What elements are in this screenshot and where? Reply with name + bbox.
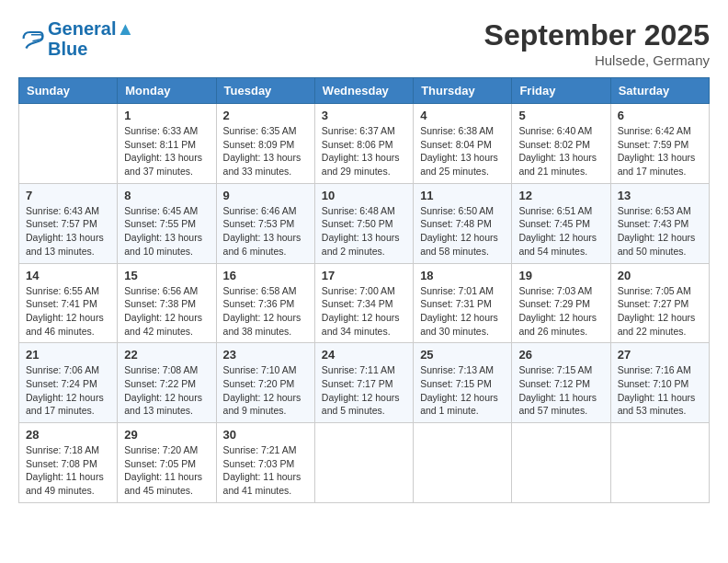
cell-info: Sunrise: 7:16 AM Sunset: 7:10 PM Dayligh…: [618, 363, 702, 418]
calendar-table: SundayMondayTuesdayWednesdayThursdayFrid…: [18, 77, 710, 503]
cell-info: Sunrise: 7:13 AM Sunset: 7:15 PM Dayligh…: [420, 363, 505, 418]
day-number: 4: [420, 109, 505, 122]
calendar-cell: 10Sunrise: 6:48 AM Sunset: 7:50 PM Dayli…: [314, 183, 413, 263]
day-number: 25: [420, 348, 505, 362]
calendar-cell: 16Sunrise: 6:58 AM Sunset: 7:36 PM Dayli…: [216, 263, 314, 343]
cell-info: Sunrise: 7:01 AM Sunset: 7:31 PM Dayligh…: [420, 284, 505, 339]
weekday-header-wednesday: Wednesday: [314, 78, 413, 104]
day-number: 21: [26, 348, 110, 362]
day-number: 26: [518, 348, 603, 362]
calendar-cell: 22Sunrise: 7:08 AM Sunset: 7:22 PM Dayli…: [118, 343, 216, 423]
cell-info: Sunrise: 6:38 AM Sunset: 8:04 PM Dayligh…: [420, 124, 505, 178]
logo-text: General▲ Blue: [48, 18, 134, 59]
day-number: 5: [518, 109, 603, 122]
day-number: 30: [223, 428, 308, 442]
day-number: 9: [223, 189, 308, 202]
day-number: 8: [124, 189, 209, 202]
cell-info: Sunrise: 7:11 AM Sunset: 7:17 PM Dayligh…: [322, 363, 406, 418]
day-number: 22: [124, 348, 209, 362]
month-title: September 2025: [484, 18, 710, 52]
day-number: 15: [124, 269, 209, 282]
logo: General▲ Blue: [18, 18, 134, 59]
cell-info: Sunrise: 6:43 AM Sunset: 7:57 PM Dayligh…: [26, 204, 110, 259]
calendar-cell: 27Sunrise: 7:16 AM Sunset: 7:10 PM Dayli…: [610, 343, 709, 423]
day-number: 24: [322, 348, 406, 362]
cell-info: Sunrise: 7:06 AM Sunset: 7:24 PM Dayligh…: [26, 363, 110, 418]
cell-info: Sunrise: 7:10 AM Sunset: 7:20 PM Dayligh…: [223, 363, 308, 418]
weekday-header-sunday: Sunday: [19, 78, 118, 104]
week-row-2: 7Sunrise: 6:43 AM Sunset: 7:57 PM Daylig…: [19, 183, 710, 263]
cell-info: Sunrise: 6:58 AM Sunset: 7:36 PM Dayligh…: [223, 284, 308, 339]
cell-info: Sunrise: 7:15 AM Sunset: 7:12 PM Dayligh…: [518, 363, 603, 418]
day-number: 13: [618, 189, 702, 202]
day-number: 20: [618, 269, 702, 282]
calendar-cell: 6Sunrise: 6:42 AM Sunset: 7:59 PM Daylig…: [610, 104, 709, 184]
calendar-cell: 4Sunrise: 6:38 AM Sunset: 8:04 PM Daylig…: [414, 104, 512, 184]
cell-info: Sunrise: 6:56 AM Sunset: 7:38 PM Dayligh…: [124, 284, 209, 339]
day-number: 19: [518, 269, 603, 282]
calendar-cell: 8Sunrise: 6:45 AM Sunset: 7:55 PM Daylig…: [118, 183, 216, 263]
weekday-header-saturday: Saturday: [610, 78, 709, 104]
day-number: 27: [618, 348, 702, 362]
week-row-5: 28Sunrise: 7:18 AM Sunset: 7:08 PM Dayli…: [19, 423, 710, 503]
cell-info: Sunrise: 7:18 AM Sunset: 7:08 PM Dayligh…: [26, 443, 110, 498]
day-number: 3: [322, 109, 406, 122]
day-number: 11: [420, 189, 505, 202]
calendar-cell: [314, 423, 413, 503]
day-number: 1: [124, 109, 209, 122]
week-row-1: 1Sunrise: 6:33 AM Sunset: 8:11 PM Daylig…: [19, 104, 710, 184]
day-number: 10: [322, 189, 406, 202]
calendar-cell: 5Sunrise: 6:40 AM Sunset: 8:02 PM Daylig…: [512, 104, 610, 184]
cell-info: Sunrise: 7:00 AM Sunset: 7:34 PM Dayligh…: [322, 284, 406, 339]
day-number: 6: [618, 109, 702, 122]
cell-info: Sunrise: 7:21 AM Sunset: 7:03 PM Dayligh…: [223, 443, 308, 498]
week-row-4: 21Sunrise: 7:06 AM Sunset: 7:24 PM Dayli…: [19, 343, 710, 423]
day-number: 29: [124, 428, 209, 442]
cell-info: Sunrise: 6:46 AM Sunset: 7:53 PM Dayligh…: [223, 204, 308, 259]
weekday-header-tuesday: Tuesday: [216, 78, 314, 104]
location: Hulsede, Germany: [484, 52, 710, 68]
calendar-cell: 11Sunrise: 6:50 AM Sunset: 7:48 PM Dayli…: [414, 183, 512, 263]
calendar-cell: 19Sunrise: 7:03 AM Sunset: 7:29 PM Dayli…: [512, 263, 610, 343]
logo-icon: [18, 26, 44, 52]
cell-info: Sunrise: 6:48 AM Sunset: 7:50 PM Dayligh…: [322, 204, 406, 259]
title-section: September 2025 Hulsede, Germany: [484, 18, 710, 68]
cell-info: Sunrise: 6:35 AM Sunset: 8:09 PM Dayligh…: [223, 124, 308, 178]
calendar-cell: 9Sunrise: 6:46 AM Sunset: 7:53 PM Daylig…: [216, 183, 314, 263]
cell-info: Sunrise: 6:33 AM Sunset: 8:11 PM Dayligh…: [124, 124, 209, 178]
day-number: 14: [26, 269, 110, 282]
day-number: 23: [223, 348, 308, 362]
calendar-cell: 3Sunrise: 6:37 AM Sunset: 8:06 PM Daylig…: [314, 104, 413, 184]
calendar-cell: 7Sunrise: 6:43 AM Sunset: 7:57 PM Daylig…: [19, 183, 118, 263]
cell-info: Sunrise: 7:20 AM Sunset: 7:05 PM Dayligh…: [124, 443, 209, 498]
calendar-cell: [414, 423, 512, 503]
calendar-cell: 20Sunrise: 7:05 AM Sunset: 7:27 PM Dayli…: [610, 263, 709, 343]
calendar-cell: 1Sunrise: 6:33 AM Sunset: 8:11 PM Daylig…: [118, 104, 216, 184]
day-number: 7: [26, 189, 110, 202]
calendar-cell: 12Sunrise: 6:51 AM Sunset: 7:45 PM Dayli…: [512, 183, 610, 263]
page-header: General▲ Blue September 2025 Hulsede, Ge…: [18, 18, 710, 68]
cell-info: Sunrise: 6:40 AM Sunset: 8:02 PM Dayligh…: [518, 124, 603, 178]
day-number: 2: [223, 109, 308, 122]
calendar-cell: 23Sunrise: 7:10 AM Sunset: 7:20 PM Dayli…: [216, 343, 314, 423]
weekday-header-monday: Monday: [118, 78, 216, 104]
day-number: 16: [223, 269, 308, 282]
day-number: 12: [518, 189, 603, 202]
calendar-cell: 26Sunrise: 7:15 AM Sunset: 7:12 PM Dayli…: [512, 343, 610, 423]
weekday-row: SundayMondayTuesdayWednesdayThursdayFrid…: [19, 78, 710, 104]
cell-info: Sunrise: 7:08 AM Sunset: 7:22 PM Dayligh…: [124, 363, 209, 418]
calendar-cell: 28Sunrise: 7:18 AM Sunset: 7:08 PM Dayli…: [19, 423, 118, 503]
cell-info: Sunrise: 7:03 AM Sunset: 7:29 PM Dayligh…: [518, 284, 603, 339]
cell-info: Sunrise: 6:55 AM Sunset: 7:41 PM Dayligh…: [26, 284, 110, 339]
cell-info: Sunrise: 6:50 AM Sunset: 7:48 PM Dayligh…: [420, 204, 505, 259]
calendar-header: SundayMondayTuesdayWednesdayThursdayFrid…: [19, 78, 710, 104]
weekday-header-friday: Friday: [512, 78, 610, 104]
calendar-cell: 14Sunrise: 6:55 AM Sunset: 7:41 PM Dayli…: [19, 263, 118, 343]
cell-info: Sunrise: 6:51 AM Sunset: 7:45 PM Dayligh…: [518, 204, 603, 259]
calendar-cell: [19, 104, 118, 184]
cell-info: Sunrise: 6:37 AM Sunset: 8:06 PM Dayligh…: [322, 124, 406, 178]
calendar-cell: 30Sunrise: 7:21 AM Sunset: 7:03 PM Dayli…: [216, 423, 314, 503]
calendar-cell: 15Sunrise: 6:56 AM Sunset: 7:38 PM Dayli…: [118, 263, 216, 343]
cell-info: Sunrise: 7:05 AM Sunset: 7:27 PM Dayligh…: [618, 284, 702, 339]
week-row-3: 14Sunrise: 6:55 AM Sunset: 7:41 PM Dayli…: [19, 263, 710, 343]
